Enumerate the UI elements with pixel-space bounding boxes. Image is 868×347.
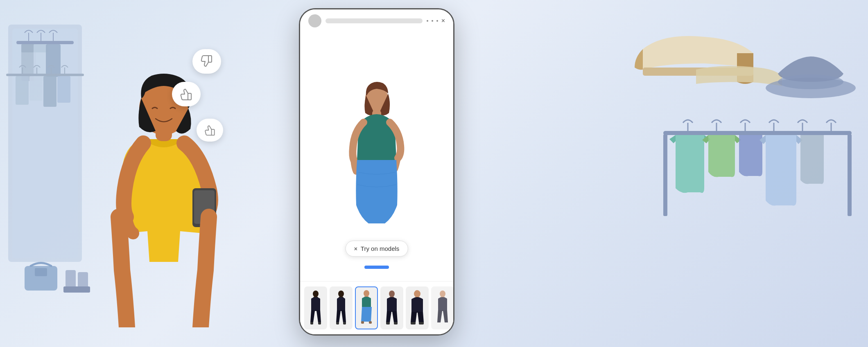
dot-3 bbox=[436, 20, 438, 22]
dot-2 bbox=[432, 20, 433, 22]
phone-status-bar: × bbox=[300, 9, 453, 31]
like-bubble-2 bbox=[197, 119, 223, 142]
dot-1 bbox=[427, 20, 428, 22]
svg-rect-10 bbox=[46, 44, 61, 77]
svg-point-44 bbox=[389, 291, 395, 297]
svg-rect-42 bbox=[361, 321, 364, 324]
svg-point-48 bbox=[414, 290, 420, 297]
scene: × bbox=[0, 0, 868, 347]
svg-rect-43 bbox=[369, 321, 372, 324]
thumbs-down-icon bbox=[199, 54, 214, 69]
model-thumb-1[interactable] bbox=[304, 286, 327, 329]
svg-rect-47 bbox=[394, 322, 398, 324]
model-thumb-4[interactable] bbox=[380, 286, 403, 329]
svg-point-52 bbox=[440, 291, 445, 297]
model-thumbnails-row bbox=[300, 281, 453, 334]
model-thumb-6[interactable] bbox=[431, 286, 453, 329]
svg-rect-39 bbox=[343, 322, 346, 324]
phone-icons: × bbox=[427, 17, 445, 25]
svg-rect-21 bbox=[35, 268, 47, 276]
thumbs-up-icon-1 bbox=[179, 87, 194, 101]
svg-rect-18 bbox=[43, 76, 57, 107]
like-bubble-1 bbox=[172, 82, 201, 106]
svg-rect-65 bbox=[848, 134, 852, 216]
phone-mockup: × bbox=[299, 8, 454, 336]
svg-point-56 bbox=[778, 74, 843, 89]
model-thumb-5[interactable] bbox=[406, 286, 429, 329]
svg-rect-50 bbox=[411, 322, 416, 324]
model-thumb-3[interactable] bbox=[355, 286, 378, 329]
svg-rect-38 bbox=[336, 322, 339, 324]
try-on-label: Try on models bbox=[361, 245, 399, 252]
right-background bbox=[622, 0, 868, 347]
svg-point-32 bbox=[313, 291, 319, 297]
svg-point-36 bbox=[338, 291, 344, 297]
try-on-close-icon: × bbox=[354, 246, 357, 252]
woman-figure bbox=[61, 33, 266, 327]
fashion-model bbox=[336, 78, 418, 234]
svg-rect-16 bbox=[16, 76, 29, 105]
phone-avatar bbox=[308, 14, 321, 27]
try-on-button[interactable]: × Try on models bbox=[346, 241, 408, 257]
svg-rect-46 bbox=[386, 322, 390, 324]
svg-rect-64 bbox=[663, 134, 667, 216]
svg-rect-51 bbox=[419, 322, 424, 324]
svg-point-40 bbox=[364, 290, 369, 297]
svg-rect-57 bbox=[663, 131, 852, 135]
phone-image-area: × Try on models bbox=[300, 31, 453, 281]
svg-rect-34 bbox=[310, 322, 313, 324]
phone-content: × Try on models bbox=[300, 31, 453, 334]
thumbs-up-icon-2 bbox=[203, 124, 217, 137]
model-thumb-2[interactable] bbox=[330, 286, 353, 329]
svg-rect-17 bbox=[29, 76, 43, 101]
svg-rect-35 bbox=[318, 322, 321, 324]
dislike-bubble bbox=[192, 49, 221, 74]
phone-title bbox=[326, 18, 423, 23]
blue-indicator-bar bbox=[364, 266, 389, 269]
phone-close-button[interactable]: × bbox=[441, 17, 445, 25]
